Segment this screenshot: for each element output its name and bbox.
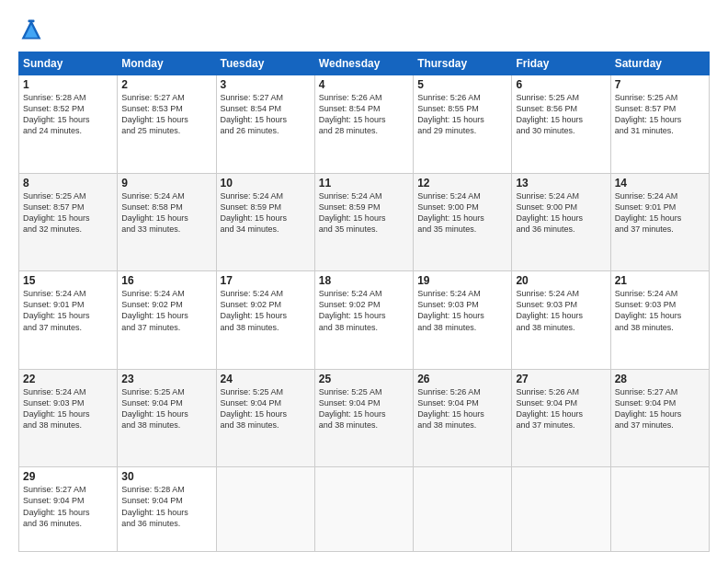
day-number: 30 xyxy=(121,470,211,483)
day-header-friday: Friday xyxy=(512,52,610,75)
day-number: 21 xyxy=(615,274,705,287)
day-cell: 12Sunrise: 5:24 AM Sunset: 9:00 PM Dayli… xyxy=(414,173,512,271)
day-header-wednesday: Wednesday xyxy=(314,52,413,75)
day-info: Sunrise: 5:24 AM Sunset: 8:58 PM Dayligh… xyxy=(121,190,211,236)
day-info: Sunrise: 5:25 AM Sunset: 8:56 PM Dayligh… xyxy=(516,92,606,137)
day-info: Sunrise: 5:24 AM Sunset: 9:03 PM Dayligh… xyxy=(417,288,507,333)
day-number: 9 xyxy=(121,177,211,190)
day-info: Sunrise: 5:26 AM Sunset: 8:54 PM Dayligh… xyxy=(319,92,409,137)
day-number: 25 xyxy=(319,373,409,385)
day-number: 1 xyxy=(23,78,113,91)
calendar: SundayMondayTuesdayWednesdayThursdayFrid… xyxy=(18,52,710,552)
day-info: Sunrise: 5:26 AM Sunset: 8:55 PM Dayligh… xyxy=(417,92,507,137)
day-cell: 5Sunrise: 5:26 AM Sunset: 8:55 PM Daylig… xyxy=(414,75,512,174)
day-cell: 29Sunrise: 5:27 AM Sunset: 9:04 PM Dayli… xyxy=(19,467,118,552)
day-info: Sunrise: 5:28 AM Sunset: 8:52 PM Dayligh… xyxy=(23,92,113,137)
day-number: 17 xyxy=(221,274,311,287)
day-cell: 20Sunrise: 5:24 AM Sunset: 9:03 PM Dayli… xyxy=(512,271,610,370)
day-number: 19 xyxy=(417,274,507,287)
day-cell: 9Sunrise: 5:24 AM Sunset: 8:58 PM Daylig… xyxy=(118,173,216,271)
day-info: Sunrise: 5:25 AM Sunset: 9:04 PM Dayligh… xyxy=(121,386,211,431)
day-header-saturday: Saturday xyxy=(610,52,709,75)
day-number: 4 xyxy=(319,78,409,91)
day-info: Sunrise: 5:24 AM Sunset: 9:03 PM Dayligh… xyxy=(23,386,113,431)
day-header-tuesday: Tuesday xyxy=(216,52,314,75)
week-row-1: 1Sunrise: 5:28 AM Sunset: 8:52 PM Daylig… xyxy=(19,75,710,174)
page: SundayMondayTuesdayWednesdayThursdayFrid… xyxy=(0,0,728,563)
day-info: Sunrise: 5:24 AM Sunset: 9:03 PM Dayligh… xyxy=(615,288,705,333)
day-cell: 15Sunrise: 5:24 AM Sunset: 9:01 PM Dayli… xyxy=(19,271,118,370)
day-number: 14 xyxy=(615,177,705,190)
day-info: Sunrise: 5:24 AM Sunset: 8:59 PM Dayligh… xyxy=(319,190,409,236)
day-cell: 25Sunrise: 5:25 AM Sunset: 9:04 PM Dayli… xyxy=(314,369,413,467)
day-cell: 11Sunrise: 5:24 AM Sunset: 8:59 PM Dayli… xyxy=(314,173,413,271)
logo xyxy=(18,17,48,42)
day-number: 22 xyxy=(23,373,113,385)
day-number: 16 xyxy=(121,274,211,287)
day-cell xyxy=(216,467,314,552)
logo-icon xyxy=(18,17,44,42)
day-number: 29 xyxy=(23,470,113,483)
day-info: Sunrise: 5:24 AM Sunset: 9:00 PM Dayligh… xyxy=(417,190,507,236)
day-info: Sunrise: 5:24 AM Sunset: 9:02 PM Dayligh… xyxy=(221,288,311,333)
day-info: Sunrise: 5:27 AM Sunset: 8:54 PM Dayligh… xyxy=(221,92,311,137)
day-info: Sunrise: 5:24 AM Sunset: 9:01 PM Dayligh… xyxy=(615,190,705,236)
day-cell: 8Sunrise: 5:25 AM Sunset: 8:57 PM Daylig… xyxy=(19,173,118,271)
day-cell: 3Sunrise: 5:27 AM Sunset: 8:54 PM Daylig… xyxy=(216,75,314,174)
day-number: 3 xyxy=(221,78,311,91)
week-row-3: 15Sunrise: 5:24 AM Sunset: 9:01 PM Dayli… xyxy=(19,271,710,370)
day-number: 26 xyxy=(417,373,507,385)
day-number: 2 xyxy=(121,78,211,91)
week-row-4: 22Sunrise: 5:24 AM Sunset: 9:03 PM Dayli… xyxy=(19,369,710,467)
day-number: 11 xyxy=(319,177,409,190)
day-cell: 17Sunrise: 5:24 AM Sunset: 9:02 PM Dayli… xyxy=(216,271,314,370)
header-row: SundayMondayTuesdayWednesdayThursdayFrid… xyxy=(19,52,710,75)
day-number: 15 xyxy=(23,274,113,287)
day-cell: 6Sunrise: 5:25 AM Sunset: 8:56 PM Daylig… xyxy=(512,75,610,174)
day-info: Sunrise: 5:24 AM Sunset: 9:03 PM Dayligh… xyxy=(516,288,606,333)
day-cell: 27Sunrise: 5:26 AM Sunset: 9:04 PM Dayli… xyxy=(512,369,610,467)
day-info: Sunrise: 5:25 AM Sunset: 8:57 PM Dayligh… xyxy=(23,190,113,236)
day-header-sunday: Sunday xyxy=(19,52,118,75)
day-info: Sunrise: 5:28 AM Sunset: 9:04 PM Dayligh… xyxy=(121,484,211,529)
day-info: Sunrise: 5:24 AM Sunset: 9:01 PM Dayligh… xyxy=(23,288,113,333)
day-cell: 21Sunrise: 5:24 AM Sunset: 9:03 PM Dayli… xyxy=(610,271,709,370)
week-row-5: 29Sunrise: 5:27 AM Sunset: 9:04 PM Dayli… xyxy=(19,467,710,552)
day-info: Sunrise: 5:27 AM Sunset: 9:04 PM Dayligh… xyxy=(615,386,705,431)
day-number: 18 xyxy=(319,274,409,287)
day-number: 27 xyxy=(516,373,606,385)
day-cell: 14Sunrise: 5:24 AM Sunset: 9:01 PM Dayli… xyxy=(610,173,709,271)
day-cell: 30Sunrise: 5:28 AM Sunset: 9:04 PM Dayli… xyxy=(118,467,216,552)
day-cell xyxy=(610,467,709,552)
day-info: Sunrise: 5:27 AM Sunset: 9:04 PM Dayligh… xyxy=(23,484,113,529)
day-cell xyxy=(414,467,512,552)
day-cell xyxy=(512,467,610,552)
day-number: 10 xyxy=(221,177,311,190)
day-info: Sunrise: 5:27 AM Sunset: 8:53 PM Dayligh… xyxy=(121,92,211,137)
day-number: 28 xyxy=(615,373,705,385)
header xyxy=(18,17,710,42)
svg-rect-2 xyxy=(28,20,35,23)
day-info: Sunrise: 5:25 AM Sunset: 8:57 PM Dayligh… xyxy=(615,92,705,137)
day-number: 12 xyxy=(417,177,507,190)
day-info: Sunrise: 5:24 AM Sunset: 9:02 PM Dayligh… xyxy=(319,288,409,333)
day-cell: 13Sunrise: 5:24 AM Sunset: 9:00 PM Dayli… xyxy=(512,173,610,271)
day-info: Sunrise: 5:25 AM Sunset: 9:04 PM Dayligh… xyxy=(221,386,311,431)
day-cell: 28Sunrise: 5:27 AM Sunset: 9:04 PM Dayli… xyxy=(610,369,709,467)
day-number: 6 xyxy=(516,78,606,91)
day-info: Sunrise: 5:24 AM Sunset: 8:59 PM Dayligh… xyxy=(221,190,311,236)
day-number: 7 xyxy=(615,78,705,91)
day-info: Sunrise: 5:24 AM Sunset: 9:02 PM Dayligh… xyxy=(121,288,211,333)
day-cell: 16Sunrise: 5:24 AM Sunset: 9:02 PM Dayli… xyxy=(118,271,216,370)
day-cell: 19Sunrise: 5:24 AM Sunset: 9:03 PM Dayli… xyxy=(414,271,512,370)
day-number: 5 xyxy=(417,78,507,91)
day-header-monday: Monday xyxy=(118,52,216,75)
day-number: 23 xyxy=(121,373,211,385)
calendar-table: SundayMondayTuesdayWednesdayThursdayFrid… xyxy=(18,52,710,552)
day-number: 24 xyxy=(221,373,311,385)
day-info: Sunrise: 5:25 AM Sunset: 9:04 PM Dayligh… xyxy=(319,386,409,431)
day-cell: 2Sunrise: 5:27 AM Sunset: 8:53 PM Daylig… xyxy=(118,75,216,174)
day-cell: 10Sunrise: 5:24 AM Sunset: 8:59 PM Dayli… xyxy=(216,173,314,271)
day-cell: 26Sunrise: 5:26 AM Sunset: 9:04 PM Dayli… xyxy=(414,369,512,467)
day-cell: 18Sunrise: 5:24 AM Sunset: 9:02 PM Dayli… xyxy=(314,271,413,370)
